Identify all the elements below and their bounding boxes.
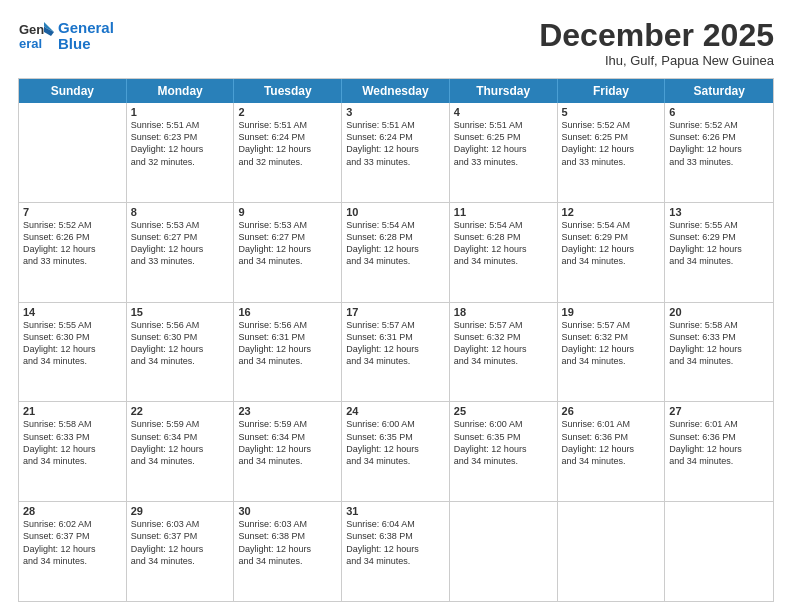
calendar-cell: 7Sunrise: 5:52 AMSunset: 6:26 PMDaylight…	[19, 203, 127, 302]
cell-info: Sunrise: 5:51 AMSunset: 6:24 PMDaylight:…	[238, 119, 337, 168]
cell-info: Sunrise: 6:03 AMSunset: 6:38 PMDaylight:…	[238, 518, 337, 567]
day-number: 5	[562, 106, 661, 118]
cell-info: Sunrise: 5:57 AMSunset: 6:31 PMDaylight:…	[346, 319, 445, 368]
cell-info: Sunrise: 5:51 AMSunset: 6:23 PMDaylight:…	[131, 119, 230, 168]
calendar-cell: 11Sunrise: 5:54 AMSunset: 6:28 PMDayligh…	[450, 203, 558, 302]
day-number: 12	[562, 206, 661, 218]
cell-info: Sunrise: 5:56 AMSunset: 6:30 PMDaylight:…	[131, 319, 230, 368]
logo: Gen eral GeneralBlue	[18, 18, 114, 54]
calendar-cell	[558, 502, 666, 601]
header-day-sunday: Sunday	[19, 79, 127, 103]
header-day-thursday: Thursday	[450, 79, 558, 103]
calendar-cell: 21Sunrise: 5:58 AMSunset: 6:33 PMDayligh…	[19, 402, 127, 501]
day-number: 7	[23, 206, 122, 218]
header: Gen eral GeneralBlue December 2025 Ihu, …	[18, 18, 774, 68]
cell-info: Sunrise: 6:00 AMSunset: 6:35 PMDaylight:…	[454, 418, 553, 467]
cell-info: Sunrise: 5:51 AMSunset: 6:24 PMDaylight:…	[346, 119, 445, 168]
logo-svg: Gen eral	[18, 18, 54, 54]
day-number: 15	[131, 306, 230, 318]
calendar-cell: 10Sunrise: 5:54 AMSunset: 6:28 PMDayligh…	[342, 203, 450, 302]
calendar-row-3: 21Sunrise: 5:58 AMSunset: 6:33 PMDayligh…	[19, 401, 773, 501]
calendar-cell: 5Sunrise: 5:52 AMSunset: 6:25 PMDaylight…	[558, 103, 666, 202]
calendar-row-1: 7Sunrise: 5:52 AMSunset: 6:26 PMDaylight…	[19, 202, 773, 302]
month-title: December 2025	[539, 18, 774, 53]
calendar-cell: 16Sunrise: 5:56 AMSunset: 6:31 PMDayligh…	[234, 303, 342, 402]
cell-info: Sunrise: 5:54 AMSunset: 6:28 PMDaylight:…	[454, 219, 553, 268]
calendar-cell: 3Sunrise: 5:51 AMSunset: 6:24 PMDaylight…	[342, 103, 450, 202]
calendar-cell: 26Sunrise: 6:01 AMSunset: 6:36 PMDayligh…	[558, 402, 666, 501]
cell-info: Sunrise: 6:02 AMSunset: 6:37 PMDaylight:…	[23, 518, 122, 567]
day-number: 3	[346, 106, 445, 118]
day-number: 18	[454, 306, 553, 318]
cell-info: Sunrise: 5:58 AMSunset: 6:33 PMDaylight:…	[23, 418, 122, 467]
calendar-cell: 13Sunrise: 5:55 AMSunset: 6:29 PMDayligh…	[665, 203, 773, 302]
cell-info: Sunrise: 5:57 AMSunset: 6:32 PMDaylight:…	[454, 319, 553, 368]
cell-info: Sunrise: 5:52 AMSunset: 6:26 PMDaylight:…	[669, 119, 769, 168]
calendar-row-4: 28Sunrise: 6:02 AMSunset: 6:37 PMDayligh…	[19, 501, 773, 601]
day-number: 19	[562, 306, 661, 318]
calendar-cell	[19, 103, 127, 202]
header-day-monday: Monday	[127, 79, 235, 103]
day-number: 17	[346, 306, 445, 318]
calendar-cell: 1Sunrise: 5:51 AMSunset: 6:23 PMDaylight…	[127, 103, 235, 202]
calendar-cell: 9Sunrise: 5:53 AMSunset: 6:27 PMDaylight…	[234, 203, 342, 302]
cell-info: Sunrise: 6:01 AMSunset: 6:36 PMDaylight:…	[669, 418, 769, 467]
header-day-tuesday: Tuesday	[234, 79, 342, 103]
calendar-header: SundayMondayTuesdayWednesdayThursdayFrid…	[19, 79, 773, 103]
day-number: 16	[238, 306, 337, 318]
page: Gen eral GeneralBlue December 2025 Ihu, …	[0, 0, 792, 612]
calendar-cell: 30Sunrise: 6:03 AMSunset: 6:38 PMDayligh…	[234, 502, 342, 601]
calendar: SundayMondayTuesdayWednesdayThursdayFrid…	[18, 78, 774, 602]
cell-info: Sunrise: 6:03 AMSunset: 6:37 PMDaylight:…	[131, 518, 230, 567]
calendar-row-2: 14Sunrise: 5:55 AMSunset: 6:30 PMDayligh…	[19, 302, 773, 402]
cell-info: Sunrise: 5:57 AMSunset: 6:32 PMDaylight:…	[562, 319, 661, 368]
day-number: 22	[131, 405, 230, 417]
calendar-cell: 17Sunrise: 5:57 AMSunset: 6:31 PMDayligh…	[342, 303, 450, 402]
day-number: 9	[238, 206, 337, 218]
calendar-cell: 22Sunrise: 5:59 AMSunset: 6:34 PMDayligh…	[127, 402, 235, 501]
cell-info: Sunrise: 5:54 AMSunset: 6:28 PMDaylight:…	[346, 219, 445, 268]
calendar-cell: 4Sunrise: 5:51 AMSunset: 6:25 PMDaylight…	[450, 103, 558, 202]
title-section: December 2025 Ihu, Gulf, Papua New Guine…	[539, 18, 774, 68]
cell-info: Sunrise: 5:59 AMSunset: 6:34 PMDaylight:…	[238, 418, 337, 467]
day-number: 13	[669, 206, 769, 218]
calendar-cell: 15Sunrise: 5:56 AMSunset: 6:30 PMDayligh…	[127, 303, 235, 402]
calendar-cell: 29Sunrise: 6:03 AMSunset: 6:37 PMDayligh…	[127, 502, 235, 601]
day-number: 24	[346, 405, 445, 417]
header-day-friday: Friday	[558, 79, 666, 103]
day-number: 29	[131, 505, 230, 517]
calendar-cell	[450, 502, 558, 601]
cell-info: Sunrise: 5:54 AMSunset: 6:29 PMDaylight:…	[562, 219, 661, 268]
header-day-saturday: Saturday	[665, 79, 773, 103]
day-number: 10	[346, 206, 445, 218]
cell-info: Sunrise: 5:52 AMSunset: 6:26 PMDaylight:…	[23, 219, 122, 268]
calendar-cell: 28Sunrise: 6:02 AMSunset: 6:37 PMDayligh…	[19, 502, 127, 601]
day-number: 27	[669, 405, 769, 417]
cell-info: Sunrise: 5:59 AMSunset: 6:34 PMDaylight:…	[131, 418, 230, 467]
cell-info: Sunrise: 6:04 AMSunset: 6:38 PMDaylight:…	[346, 518, 445, 567]
calendar-cell: 27Sunrise: 6:01 AMSunset: 6:36 PMDayligh…	[665, 402, 773, 501]
logo-text: GeneralBlue	[58, 20, 114, 53]
calendar-cell: 24Sunrise: 6:00 AMSunset: 6:35 PMDayligh…	[342, 402, 450, 501]
day-number: 6	[669, 106, 769, 118]
day-number: 11	[454, 206, 553, 218]
day-number: 20	[669, 306, 769, 318]
cell-info: Sunrise: 5:53 AMSunset: 6:27 PMDaylight:…	[238, 219, 337, 268]
cell-info: Sunrise: 5:55 AMSunset: 6:30 PMDaylight:…	[23, 319, 122, 368]
cell-info: Sunrise: 5:53 AMSunset: 6:27 PMDaylight:…	[131, 219, 230, 268]
calendar-cell: 23Sunrise: 5:59 AMSunset: 6:34 PMDayligh…	[234, 402, 342, 501]
location: Ihu, Gulf, Papua New Guinea	[539, 53, 774, 68]
calendar-cell: 8Sunrise: 5:53 AMSunset: 6:27 PMDaylight…	[127, 203, 235, 302]
cell-info: Sunrise: 5:55 AMSunset: 6:29 PMDaylight:…	[669, 219, 769, 268]
calendar-cell: 20Sunrise: 5:58 AMSunset: 6:33 PMDayligh…	[665, 303, 773, 402]
svg-text:eral: eral	[19, 36, 42, 51]
header-day-wednesday: Wednesday	[342, 79, 450, 103]
cell-info: Sunrise: 6:01 AMSunset: 6:36 PMDaylight:…	[562, 418, 661, 467]
calendar-cell: 12Sunrise: 5:54 AMSunset: 6:29 PMDayligh…	[558, 203, 666, 302]
calendar-cell: 14Sunrise: 5:55 AMSunset: 6:30 PMDayligh…	[19, 303, 127, 402]
day-number: 4	[454, 106, 553, 118]
cell-info: Sunrise: 5:51 AMSunset: 6:25 PMDaylight:…	[454, 119, 553, 168]
svg-text:Gen: Gen	[19, 22, 44, 37]
day-number: 31	[346, 505, 445, 517]
day-number: 2	[238, 106, 337, 118]
